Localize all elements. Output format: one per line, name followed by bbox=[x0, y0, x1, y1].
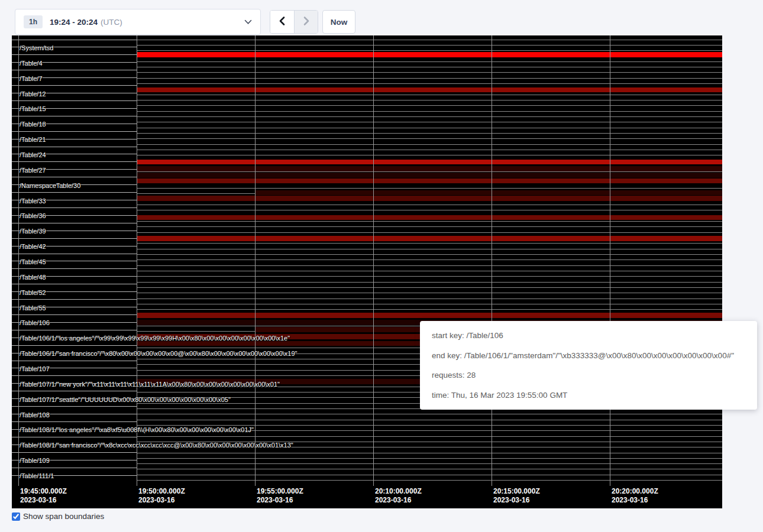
span-label: /Table/36 bbox=[20, 212, 46, 220]
span-boundary-line bbox=[137, 243, 722, 244]
heat-band bbox=[255, 190, 722, 195]
time-bucket-line bbox=[373, 35, 374, 486]
prev-interval-button[interactable] bbox=[270, 11, 294, 33]
span-boundary-line bbox=[137, 463, 722, 464]
span-boundary-line bbox=[137, 259, 722, 260]
span-label: /Table/15 bbox=[20, 105, 46, 113]
span-boundary-line bbox=[137, 78, 722, 79]
span-boundary-line bbox=[137, 50, 722, 51]
axis-tick-date: 2023-03-16 bbox=[20, 496, 67, 505]
time-bucket-line bbox=[137, 35, 137, 486]
span-boundary-line bbox=[137, 299, 722, 299]
span-label: /Table/108/1/"los angeles"/"\xa8\xf5\u00… bbox=[20, 426, 254, 434]
span-boundary-line bbox=[137, 249, 722, 249]
span-boundary-line bbox=[137, 116, 722, 117]
time-range-timezone: (UTC) bbox=[101, 18, 122, 27]
axis-tick-date: 2023-03-16 bbox=[612, 496, 658, 505]
span-boundary-line bbox=[137, 414, 722, 414]
span-label: /Table/111/1 bbox=[20, 472, 54, 480]
span-boundary-line bbox=[12, 314, 137, 315]
span-boundary-line bbox=[12, 437, 137, 437]
span-boundary-line bbox=[12, 284, 137, 284]
key-visualizer-canvas[interactable]: /System/tsd/Table/4/Table/7/Table/12/Tab… bbox=[12, 35, 722, 508]
span-boundary-line bbox=[137, 282, 722, 283]
axis-tick-time: 19:50:00.000Z bbox=[138, 487, 185, 496]
span-boundary-line bbox=[12, 330, 137, 330]
show-span-boundaries-checkbox[interactable] bbox=[12, 512, 20, 521]
span-boundary-line bbox=[12, 421, 137, 422]
axis-tick-label: 19:55:00.000Z2023-03-16 bbox=[257, 487, 303, 505]
axis-tick-date: 2023-03-16 bbox=[375, 496, 422, 505]
chevron-right-icon bbox=[302, 16, 311, 28]
span-label: /Table/42 bbox=[20, 243, 46, 251]
axis-tick-time: 20:20:00.000Z bbox=[612, 487, 658, 496]
next-interval-button[interactable] bbox=[294, 11, 318, 33]
heat-band bbox=[137, 313, 722, 318]
span-boundary-line bbox=[137, 144, 722, 145]
span-boundary-line bbox=[12, 361, 137, 361]
heat-band bbox=[137, 166, 722, 171]
axis-tick-date: 2023-03-16 bbox=[493, 496, 540, 505]
axis-tick-time: 19:55:00.000Z bbox=[257, 487, 303, 496]
toolbar: 1h 19:24 - 20:24 (UTC) Now bbox=[0, 0, 763, 35]
time-bucket-line bbox=[492, 35, 492, 486]
span-boundary-line bbox=[137, 453, 722, 453]
span-boundary-line bbox=[137, 61, 722, 62]
span-label: /Table/107 bbox=[20, 365, 50, 373]
time-range-text: 19:24 - 20:24 bbox=[50, 18, 98, 27]
span-boundary-line bbox=[137, 100, 722, 100]
span-boundary-line bbox=[12, 268, 137, 269]
span-label: /Table/18 bbox=[20, 121, 46, 128]
tooltip-requests: requests: 28 bbox=[432, 371, 745, 379]
span-label: /Table/4 bbox=[20, 60, 43, 67]
span-boundary-line bbox=[137, 111, 722, 112]
axis-tick-label: 20:20:00.000Z2023-03-16 bbox=[612, 487, 658, 505]
time-preset-badge: 1h bbox=[24, 15, 43, 28]
span-boundary-line bbox=[137, 436, 722, 437]
heat-band bbox=[137, 215, 722, 220]
span-boundary-line bbox=[12, 161, 137, 162]
heat-band bbox=[137, 87, 722, 92]
span-label: /Table/12 bbox=[20, 90, 46, 98]
span-boundary-line bbox=[12, 345, 137, 346]
span-boundary-line bbox=[137, 122, 722, 122]
time-nav-group bbox=[270, 10, 318, 34]
time-bucket-line bbox=[255, 35, 256, 486]
span-label: /System/tsd bbox=[20, 44, 53, 52]
span-boundary-line bbox=[137, 226, 722, 227]
span-label: /Table/106/1/"san francisco"/"\x80\x00\x… bbox=[20, 350, 298, 358]
span-boundary-line bbox=[137, 469, 722, 469]
axis-tick-time: 20:10:00.000Z bbox=[375, 487, 422, 496]
axis-tick-time: 20:15:00.000Z bbox=[493, 487, 540, 496]
span-label: /Table/106 bbox=[20, 319, 50, 327]
span-boundary-line bbox=[137, 138, 722, 139]
span-boundary-line bbox=[137, 95, 722, 95]
span-boundary-line bbox=[12, 406, 137, 407]
span-boundary-line bbox=[12, 85, 137, 86]
span-boundary-line bbox=[137, 45, 722, 46]
chevron-left-icon bbox=[278, 16, 286, 28]
span-boundary-line bbox=[137, 287, 722, 288]
now-button[interactable]: Now bbox=[322, 10, 355, 34]
footer: Show span boundaries bbox=[12, 512, 104, 521]
heat-band bbox=[137, 236, 722, 241]
span-boundary-line bbox=[137, 271, 722, 271]
span-label: /Table/39 bbox=[20, 228, 46, 235]
time-range-picker[interactable]: 1h 19:24 - 20:24 (UTC) bbox=[15, 9, 261, 35]
axis-tick-label: 20:10:00.000Z2023-03-16 bbox=[375, 487, 422, 505]
axis-tick-time: 19:45:00.000Z bbox=[20, 487, 67, 496]
span-boundary-line bbox=[137, 188, 722, 189]
span-boundary-line bbox=[137, 293, 722, 293]
span-boundary-line bbox=[12, 116, 137, 116]
span-boundary-line bbox=[12, 391, 137, 391]
span-boundary-line bbox=[12, 238, 137, 239]
span-boundary-line bbox=[12, 131, 137, 132]
axis-tick-date: 2023-03-16 bbox=[138, 496, 185, 505]
span-boundary-line bbox=[137, 155, 722, 155]
span-label: /Table/106/1/"los angeles"/"\x99\x99\x99… bbox=[20, 335, 290, 342]
span-label: /Table/21 bbox=[20, 136, 46, 144]
chevron-down-icon bbox=[244, 20, 252, 25]
span-boundary-line bbox=[137, 475, 722, 475]
axis-tick-label: 20:15:00.000Z2023-03-16 bbox=[493, 487, 540, 505]
span-boundary-line bbox=[137, 458, 722, 459]
